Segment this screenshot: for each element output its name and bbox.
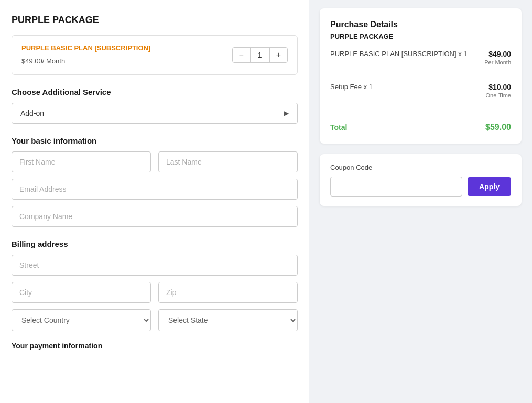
- first-name-input[interactable]: [12, 151, 151, 172]
- quantity-increase-button[interactable]: +: [270, 48, 287, 62]
- company-name-input[interactable]: [12, 206, 298, 227]
- package-info: PURPLE BASIC PLAN [SUBSCRIPTION] $49.00/…: [21, 44, 150, 66]
- country-select[interactable]: Select Country: [12, 309, 151, 331]
- country-state-row: Select Country Select State: [12, 309, 298, 331]
- street-input[interactable]: [12, 255, 298, 276]
- apply-button[interactable]: Apply: [468, 177, 511, 196]
- page-title: PURPLE PACKAGE: [12, 15, 298, 26]
- total-line: Total $59.00: [330, 116, 511, 132]
- purchase-details-title: Purchase Details: [330, 20, 511, 29]
- name-row: [12, 151, 298, 172]
- state-field: Select State: [158, 309, 298, 331]
- addon-label: Add-on: [20, 109, 44, 117]
- billing-section: Billing address Select Country Select St…: [12, 239, 298, 331]
- zip-field: [158, 282, 298, 303]
- coupon-row: Apply: [330, 177, 511, 197]
- purchase-line-1: PURPLE BASIC PLAN [SUBSCRIPTION] x 1 $49…: [330, 50, 511, 74]
- line2-price-block: $10.00 One-Time: [486, 83, 512, 99]
- quantity-decrease-button[interactable]: −: [233, 48, 250, 62]
- coupon-input[interactable]: [330, 177, 462, 197]
- line1-price: $49.00: [484, 50, 511, 58]
- arrow-right-icon: ▶: [284, 110, 289, 117]
- line2-label: Setup Fee x 1: [330, 83, 373, 91]
- city-field: [12, 282, 151, 303]
- line2-price: $10.00: [486, 83, 512, 91]
- country-field: Select Country: [12, 309, 151, 331]
- purchase-details-card: Purchase Details PURPLE PACKAGE PURPLE B…: [320, 8, 522, 144]
- line1-price-block: $49.00 Per Month: [484, 50, 511, 66]
- more-info-label: Your payment information: [12, 342, 298, 350]
- city-input[interactable]: [12, 282, 151, 303]
- line1-label: PURPLE BASIC PLAN [SUBSCRIPTION] x 1: [330, 50, 468, 58]
- street-field-wrapper: [12, 255, 298, 276]
- email-field-wrapper: [12, 179, 298, 200]
- purchase-pkg-label: PURPLE PACKAGE: [330, 32, 511, 40]
- purchase-line-2: Setup Fee x 1 $10.00 One-Time: [330, 83, 511, 107]
- zip-input[interactable]: [158, 282, 298, 303]
- state-select[interactable]: Select State: [158, 309, 298, 331]
- left-panel: PURPLE PACKAGE PURPLE BASIC PLAN [SUBSCR…: [0, 0, 309, 403]
- line1-sub: Per Month: [484, 59, 511, 66]
- total-value: $59.00: [485, 123, 511, 132]
- coupon-section: Coupon Code Apply: [320, 154, 522, 206]
- package-box: PURPLE BASIC PLAN [SUBSCRIPTION] $49.00/…: [12, 35, 298, 75]
- first-name-field: [12, 151, 151, 172]
- line2-sub: One-Time: [486, 92, 512, 99]
- basic-info-title: Your basic information: [12, 136, 298, 145]
- last-name-input[interactable]: [158, 151, 298, 172]
- quantity-value: 1: [250, 48, 270, 62]
- company-field-wrapper: [12, 206, 298, 227]
- quantity-control: − 1 +: [232, 47, 288, 63]
- total-label: Total: [330, 123, 347, 132]
- coupon-label: Coupon Code: [330, 164, 511, 171]
- billing-title: Billing address: [12, 239, 298, 248]
- right-panel: Purchase Details PURPLE PACKAGE PURPLE B…: [309, 0, 532, 403]
- city-zip-row: [12, 282, 298, 303]
- last-name-field: [158, 151, 298, 172]
- addon-select[interactable]: Add-on ▶: [12, 103, 298, 124]
- plan-name: PURPLE BASIC PLAN [SUBSCRIPTION]: [21, 44, 150, 52]
- email-input[interactable]: [12, 179, 298, 200]
- plan-price: $49.00/ Month: [21, 54, 150, 66]
- additional-service-title: Choose Additional Service: [12, 88, 298, 96]
